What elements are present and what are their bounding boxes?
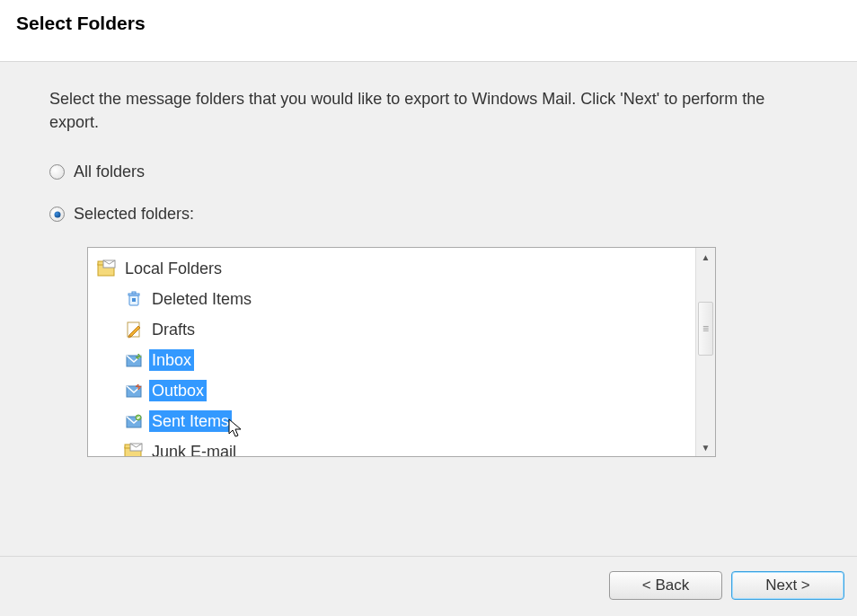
tree-list: Local Folders Deleted Items [88, 248, 695, 456]
folder-root-icon [97, 259, 117, 278]
radio-selected-input[interactable] [49, 207, 65, 222]
draft-icon [124, 320, 144, 339]
next-button[interactable]: Next > [731, 571, 844, 600]
radio-all-input[interactable] [49, 164, 65, 180]
scroll-thumb[interactable] [698, 302, 713, 356]
wizard-container: Select Folders Select the message folder… [0, 0, 857, 616]
tree-item-label: Inbox [149, 349, 194, 371]
tree-item-drafts[interactable]: Drafts [97, 314, 695, 345]
tree-item-deleted[interactable]: Deleted Items [97, 284, 695, 314]
tree-item-label: Deleted Items [149, 288, 254, 310]
tree-item-label: Drafts [149, 319, 198, 340]
tree-item-inbox[interactable]: Inbox [97, 345, 695, 375]
radio-selected-folders[interactable]: Selected folders: [49, 205, 808, 224]
svg-rect-6 [132, 298, 136, 302]
scroll-up-button[interactable]: ▲ [696, 248, 715, 266]
junk-icon [124, 442, 144, 456]
tree-item-outbox[interactable]: Outbox [97, 375, 695, 406]
scrollbar[interactable]: ▲ ▼ [695, 248, 715, 456]
wizard-header: Select Folders [0, 0, 857, 61]
tree-item-label: Outbox [149, 380, 207, 401]
tree-item-junk[interactable]: Junk E-mail [97, 436, 695, 456]
scroll-down-button[interactable]: ▼ [696, 438, 715, 456]
instruction-text: Select the message folders that you woul… [49, 87, 808, 134]
trash-icon [124, 289, 144, 309]
page-title: Select Folders [16, 13, 841, 34]
tree-item-label: Junk E-mail [149, 441, 239, 456]
outbox-icon [124, 381, 144, 400]
back-button[interactable]: < Back [609, 571, 722, 600]
radio-all-label: All folders [74, 163, 145, 181]
inbox-icon [124, 350, 144, 370]
tree-root-label: Local Folders [122, 258, 225, 279]
tree-item-label: Sent Items [149, 410, 232, 432]
wizard-footer: < Back Next > [0, 556, 857, 616]
tree-root-item[interactable]: Local Folders [97, 253, 695, 284]
tree-item-sent[interactable]: Sent Items [97, 406, 695, 436]
folder-tree[interactable]: Local Folders Deleted Items [87, 247, 716, 457]
sent-icon [124, 411, 144, 431]
wizard-content: Select the message folders that you woul… [0, 62, 857, 556]
svg-rect-5 [132, 292, 136, 294]
scroll-track[interactable] [696, 266, 715, 438]
radio-group: All folders Selected folders: [49, 163, 808, 224]
radio-selected-label: Selected folders: [74, 205, 194, 224]
radio-all-folders[interactable]: All folders [49, 163, 808, 181]
